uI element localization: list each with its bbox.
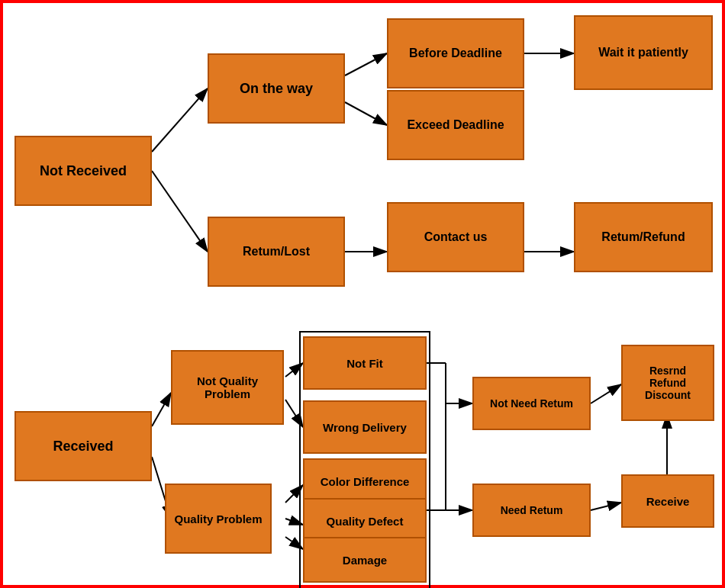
exceed-deadline-node: Exceed Deadline [387, 90, 524, 160]
svg-line-19 [591, 384, 621, 403]
wrong-delivery-node: Wrong Delivery [303, 400, 427, 454]
on-the-way-node: On the way [208, 53, 345, 124]
resend-refund-node: Resrnd Refund Discount [621, 345, 714, 421]
not-received-node: Not Received [14, 136, 152, 206]
wait-patiently-node: Wait it patiently [574, 15, 713, 90]
before-deadline-node: Before Deadline [387, 18, 524, 88]
diagram-container: Not Received On the way Before Deadline … [0, 0, 725, 588]
quality-problem-node: Quality Problem [165, 484, 272, 554]
not-quality-problem-node: Not Quality Problem [171, 350, 284, 425]
svg-line-3 [345, 102, 387, 125]
color-difference-node: Color Difference [303, 458, 427, 504]
damage-node: Damage [303, 537, 427, 583]
contact-us-node: Contact us [387, 202, 524, 272]
receive-node: Receive [621, 474, 714, 528]
not-fit-node: Not Fit [303, 336, 427, 390]
svg-line-20 [591, 503, 621, 510]
svg-line-1 [152, 171, 208, 252]
svg-line-0 [152, 88, 208, 152]
return-refund-node: Retum/Refund [574, 202, 713, 272]
svg-line-7 [152, 393, 171, 426]
received-node: Received [14, 411, 152, 481]
return-lost-node: Retum/Lost [208, 217, 345, 287]
need-return-node: Need Retum [472, 484, 591, 537]
svg-line-2 [345, 53, 387, 76]
not-need-return-node: Not Need Retum [472, 377, 591, 430]
